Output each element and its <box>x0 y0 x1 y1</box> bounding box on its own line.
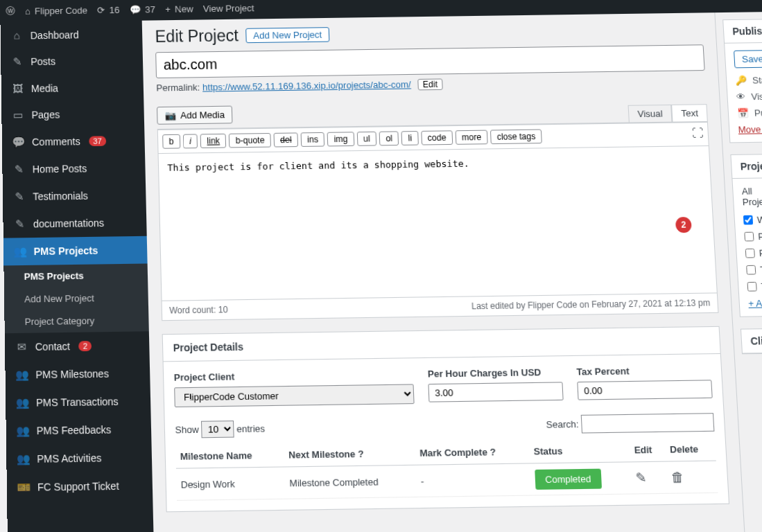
qt-del[interactable]: del <box>274 132 299 147</box>
new-content[interactable]: +New <box>165 3 193 15</box>
group-icon: 👥 <box>16 396 29 409</box>
col-milestone-name[interactable]: Milestone Name <box>175 443 284 468</box>
wp-logo[interactable]: ⓦ <box>6 5 15 17</box>
col-edit[interactable]: Edit <box>630 438 666 461</box>
sidebar-item-comments[interactable]: 💬Comments37 <box>2 127 145 156</box>
main-content: Edit Project Add New Project Permalink: … <box>142 12 745 532</box>
tab-all-projects[interactable]: All Projects <box>741 186 762 208</box>
submenu-project-category[interactable]: Project Category <box>4 309 149 334</box>
permalink: Permalink: https://www.52.11.169.136.xip… <box>156 75 706 94</box>
qt-i[interactable]: i <box>183 134 198 148</box>
qt-ins[interactable]: ins <box>301 132 325 147</box>
sidebar-item-pms-activities[interactable]: 👥PMS Activities <box>6 443 152 474</box>
sidebar-item-fc-support[interactable]: 🎫FC Support Ticket <box>7 471 153 502</box>
qt-b[interactable]: b <box>162 134 180 149</box>
status-badge: Completed <box>535 468 602 489</box>
permalink-edit-button[interactable]: Edit <box>417 78 442 90</box>
submenu-add-new-project[interactable]: Add New Project <box>4 286 148 311</box>
cell-next: Milestone Completed <box>284 465 417 499</box>
col-delete[interactable]: Delete <box>665 437 716 461</box>
sidebar-item-pms-projects[interactable]: 👥PMS Projects <box>3 236 148 266</box>
cell-mark: - <box>416 463 532 497</box>
media-icon: 🖼 <box>11 82 24 95</box>
submenu-pms-projects[interactable]: PMS Projects <box>3 263 148 287</box>
permalink-url[interactable]: https://www.52.11.169.136.xip.io/project… <box>202 79 411 93</box>
qt-link[interactable]: link <box>200 134 227 148</box>
publish-panel: Publish Save Draft 🔑Status 👁Visibility 📅… <box>722 19 762 143</box>
sidebar-item-pms-transactions[interactable]: 👥PMS Transactions <box>6 387 151 417</box>
qt-close-tags[interactable]: close tags <box>490 129 542 144</box>
qt-ul[interactable]: ul <box>357 132 377 146</box>
group-icon: 👥 <box>17 452 30 466</box>
client-panel: Client <box>741 328 762 354</box>
hour-label: Per Hour Charges In USD <box>428 366 563 380</box>
sidebar-item-documentations[interactable]: ✎documentations <box>3 209 146 238</box>
tab-visual[interactable]: Visual <box>628 105 673 123</box>
cat-check-4[interactable] <box>747 282 757 292</box>
sidebar-item-contact[interactable]: ✉Contact2 <box>5 331 150 361</box>
pin-icon: ✎ <box>12 163 26 176</box>
content-editor[interactable]: This project is for client and its a sho… <box>159 146 717 299</box>
qt-li[interactable]: li <box>401 131 419 145</box>
sidebar-item-testimonials[interactable]: ✎Testimonials <box>3 181 146 211</box>
fullscreen-icon[interactable]: ⛶ <box>692 127 704 141</box>
search-input[interactable] <box>581 413 715 433</box>
comment-icon: 💬 <box>12 136 25 149</box>
group-icon: 👥 <box>16 424 29 437</box>
qt-bquote[interactable]: b-quote <box>229 133 271 148</box>
col-next-milestone[interactable]: Next Milestone ? <box>284 442 415 467</box>
qt-img[interactable]: img <box>327 132 354 146</box>
cat-check-2[interactable] <box>745 249 755 258</box>
toolbar-comments[interactable]: 💬37 <box>130 4 156 15</box>
sidebar-item-media[interactable]: 🖼Media <box>1 73 144 102</box>
add-media-button[interactable]: 📷Add Media <box>157 106 233 125</box>
col-mark-complete[interactable]: Mark Complete ? <box>415 440 530 465</box>
site-name[interactable]: ⌂Flipper Code <box>25 5 87 16</box>
page-icon: ▭ <box>12 109 25 122</box>
hour-input[interactable] <box>428 382 563 402</box>
qt-code[interactable]: code <box>421 130 453 145</box>
admin-sidebar: ⌂Dashboard ✎Posts 🖼Media ▭Pages 💬Comment… <box>0 21 154 532</box>
project-title-input[interactable] <box>155 44 705 78</box>
cat-check-0[interactable] <box>743 215 753 225</box>
tax-input[interactable] <box>577 380 712 400</box>
contact-badge: 2 <box>78 341 92 351</box>
sidebar-item-pages[interactable]: ▭Pages <box>1 100 144 129</box>
qt-ol[interactable]: ol <box>379 131 399 145</box>
client-select[interactable]: FlipperCode Customer <box>174 384 415 407</box>
pin-icon: ✎ <box>10 55 24 69</box>
pin-icon: ✎ <box>13 218 26 231</box>
edit-icon[interactable]: ✎ <box>635 470 647 486</box>
tab-text[interactable]: Text <box>671 104 708 121</box>
sidebar-item-dashboard[interactable]: ⌂Dashboard <box>0 21 142 49</box>
sidebar-item-posts[interactable]: ✎Posts <box>1 46 143 76</box>
dashboard-icon: ⌂ <box>10 29 24 42</box>
view-project[interactable]: View Project <box>203 3 254 14</box>
calendar-icon: 📅 <box>737 108 749 119</box>
sidebar-submenu: PMS Projects Add New Project Project Cat… <box>3 263 148 333</box>
tax-label: Tax Percent <box>576 364 711 378</box>
save-draft-button[interactable]: Save Draft <box>734 50 762 69</box>
add-category-link[interactable]: + Add <box>748 297 762 309</box>
sidebar-item-home-posts[interactable]: ✎Home Posts <box>2 154 146 183</box>
pin-icon: ✎ <box>12 190 26 204</box>
move-to-trash[interactable]: Move to Trash <box>738 124 762 135</box>
cat-check-3[interactable] <box>746 265 756 275</box>
group-icon: 👥 <box>15 369 28 382</box>
sidebar-item-pms-milestones[interactable]: 👥PMS Milestones <box>5 359 150 389</box>
cat-check-1[interactable] <box>744 232 754 242</box>
comments-badge: 37 <box>89 136 106 146</box>
delete-icon[interactable]: 🗑 <box>671 470 685 485</box>
updates[interactable]: ⟳16 <box>97 4 119 15</box>
mail-icon: ✉ <box>15 340 28 353</box>
milestones-table: Milestone Name Next Milestone ? Mark Com… <box>175 437 718 501</box>
sidebar-item-pms-feedbacks[interactable]: 👥PMS Feedbacks <box>6 415 151 445</box>
camera-icon: 📷 <box>164 110 176 121</box>
col-status[interactable]: Status <box>529 438 631 463</box>
last-edited: Last edited by Flipper Code on February … <box>471 298 711 312</box>
qt-more[interactable]: more <box>455 130 487 145</box>
add-new-project-button[interactable]: Add New Project <box>245 27 330 43</box>
entries-select[interactable]: 10 <box>201 420 234 438</box>
marker-2: 2 <box>675 217 692 233</box>
key-icon: 🔑 <box>735 75 747 86</box>
